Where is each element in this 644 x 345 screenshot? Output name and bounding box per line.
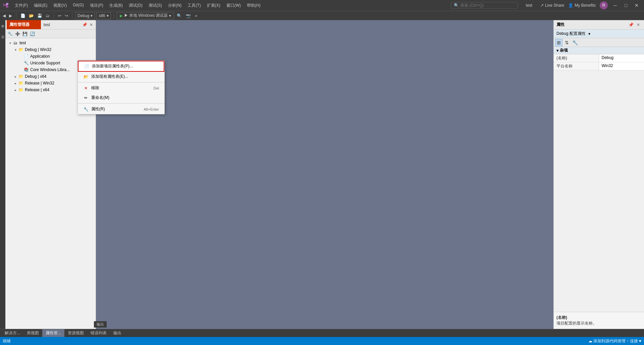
context-menu-sep-2 <box>78 103 164 104</box>
tab-solution[interactable]: 解决方... <box>1 329 23 337</box>
unicode-label: Unicode Support <box>30 61 60 65</box>
menu-item-v[interactable]: 视图(V) <box>51 1 69 10</box>
add-existing-sheet-label: 添加现有属性表(E)... <box>91 74 159 79</box>
tree-debug-win32[interactable]: ▾ 📁 Debug | Win32 <box>7 46 94 53</box>
run-label: ▶ 本地 Windows 调试器 <box>124 13 168 18</box>
panel-new-prop-button[interactable]: 🔧 <box>7 31 13 37</box>
context-menu-sep-1 <box>78 82 164 82</box>
forward-button[interactable]: ▶ <box>8 12 13 19</box>
tab-error-list[interactable]: 错误列表 <box>87 329 110 337</box>
context-menu-add-existing[interactable]: 📂 添加现有属性表(E)... <box>78 72 164 81</box>
platform-arrow: ▾ <box>107 13 109 18</box>
toolbar-sep-2 <box>54 12 54 19</box>
menu-item-w[interactable]: 窗口(W) <box>224 1 244 10</box>
debug-config-label: Debug <box>77 13 89 18</box>
menu-item-d[interactable]: 调试(D) <box>126 1 145 10</box>
side-icon-2[interactable]: ☰ <box>0 32 5 42</box>
panel-refresh-button[interactable]: 🔄 <box>29 31 36 37</box>
open-button[interactable]: 📂 <box>28 12 35 19</box>
tab-output[interactable]: 输出 <box>110 329 125 337</box>
menu-item-p[interactable]: 项目(P) <box>87 1 106 10</box>
right-panel-close[interactable]: ✕ <box>635 22 641 28</box>
prop-grid-button[interactable]: ⊞ <box>555 39 562 46</box>
live-share-label: Live Share <box>545 3 564 8</box>
save-button[interactable]: 💾 <box>36 12 44 19</box>
back-button[interactable]: ◀ <box>1 12 7 19</box>
my-benefits-button[interactable]: 👤 My Benefits <box>568 3 596 8</box>
menu-item-x[interactable]: 扩展(X) <box>204 1 223 10</box>
menu-item-n[interactable]: 分析(N) <box>165 1 184 10</box>
config-selector[interactable]: Debug 配置属性 ▾ <box>554 30 644 38</box>
debug-x64-icon: 📁 <box>18 74 23 79</box>
tab-class-view[interactable]: 类视图 <box>23 329 42 337</box>
menu-item-b[interactable]: 生成(B) <box>107 1 125 10</box>
root-expand-icon: ▾ <box>8 41 12 45</box>
redo-button[interactable]: ↪ <box>63 12 69 19</box>
menu-item-h[interactable]: 帮助(H) <box>244 1 263 10</box>
prop-row-name: (名称) Debug <box>554 54 644 62</box>
search-input[interactable] <box>460 3 511 8</box>
tab-error-list-label: 错误列表 <box>91 330 107 336</box>
new-button[interactable]: 📄 <box>19 12 27 19</box>
panel-add-prop-button[interactable]: ➕ <box>14 31 21 37</box>
add-existing-sheet-icon: 📂 <box>83 74 89 79</box>
prop-description: (名称) 项目配置的显示名称。 <box>554 312 644 329</box>
platform-dropdown[interactable]: x86 ▾ <box>96 12 111 19</box>
properties-icon: 🔧 <box>83 107 89 112</box>
right-panel-title: 属性 <box>556 22 628 27</box>
toolbar-nav-group: ◀ ▶ <box>1 12 13 19</box>
debug-config-dropdown[interactable]: Debug ▾ <box>75 12 95 19</box>
panel-pin-button[interactable]: 📌 <box>82 22 88 28</box>
config-selector-arrow: ▾ <box>588 32 590 36</box>
tree-root[interactable]: ▾ 🗂 test <box>7 40 94 46</box>
rename-label: 重命名(M) <box>91 95 159 101</box>
save-all-button[interactable]: 🗂 <box>44 12 51 19</box>
project-title: test <box>521 3 538 8</box>
toolbar-sep-4 <box>114 12 114 19</box>
search-box[interactable]: 🔍 <box>451 2 518 9</box>
account-icon[interactable]: R <box>600 1 608 9</box>
panel-save-prop-button[interactable]: 💾 <box>21 31 28 37</box>
tab-output-label: 输出 <box>113 330 121 336</box>
prop-filter-button[interactable]: 🔧 <box>571 39 579 46</box>
panel-title-bar: 属性管理器 test 📌 ✕ <box>5 20 96 30</box>
menu-item-f[interactable]: 文件(F) <box>12 1 31 10</box>
run-button[interactable]: ▶ ▶ 本地 Windows 调试器 ▾ <box>117 12 174 19</box>
tab-prop-manager-label: 属性管... <box>46 330 61 336</box>
prop-toolbar: ⊞ ⇅ 🔧 <box>554 38 644 47</box>
menu-item-t[interactable]: 工具(T) <box>185 1 203 10</box>
toolbar-sep-3 <box>72 12 72 19</box>
root-icon: 🗂 <box>13 40 18 46</box>
panel-tab[interactable]: test <box>41 21 53 28</box>
toolbar: ◀ ▶ 📄 📂 💾 🗂 ↩ ↪ Debug ▾ x86 ▾ ▶ ▶ 本地 Win… <box>0 11 644 20</box>
camera-toolbar-button[interactable]: 📷 <box>184 12 192 19</box>
debug-win32-label: Debug | Win32 <box>25 47 51 52</box>
restore-button[interactable]: □ <box>621 1 631 10</box>
close-button[interactable]: ✕ <box>632 1 641 10</box>
toolbar-edit-group: ↩ ↪ <box>57 12 69 19</box>
prop-sort-button[interactable]: ⇅ <box>563 39 571 46</box>
prop-val-platform[interactable]: Win32 <box>599 62 644 70</box>
my-benefits-icon: 👤 <box>568 3 573 8</box>
tab-resource-view[interactable]: 资源视图 <box>64 329 87 337</box>
right-panel-pin[interactable]: 📌 <box>628 22 634 28</box>
window-controls: ─ □ ✕ <box>610 1 641 10</box>
context-menu-rename[interactable]: ✏ 重命名(M) <box>78 93 164 103</box>
context-menu-add-new[interactable]: 📄 添加新项目属性表(P)... <box>78 61 164 72</box>
side-icon-1[interactable]: ⊞ <box>0 21 5 31</box>
toolbar-extra[interactable]: » <box>194 12 199 19</box>
menu-item-s[interactable]: 测试(S) <box>146 1 165 10</box>
menu-item-e[interactable]: 编辑(E) <box>31 1 50 10</box>
undo-button[interactable]: ↩ <box>57 12 63 19</box>
tree-application[interactable]: 📄 Application <box>7 53 94 60</box>
tab-class-view-label: 类视图 <box>27 330 39 336</box>
context-menu-remove[interactable]: ✕ 移除 Del <box>78 83 164 93</box>
menu-item-gitg[interactable]: Git(G) <box>70 1 87 10</box>
search-toolbar-button[interactable]: 🔍 <box>175 12 183 19</box>
panel-close-button[interactable]: ✕ <box>88 22 94 28</box>
minimize-button[interactable]: ─ <box>610 1 620 10</box>
prop-val-name[interactable]: Debug <box>599 54 644 62</box>
context-menu-properties[interactable]: 🔧 属性(R) Alt+Enter <box>78 104 164 114</box>
tab-prop-manager[interactable]: 属性管... <box>42 329 64 337</box>
live-share-button[interactable]: ↗ Live Share <box>540 3 564 8</box>
